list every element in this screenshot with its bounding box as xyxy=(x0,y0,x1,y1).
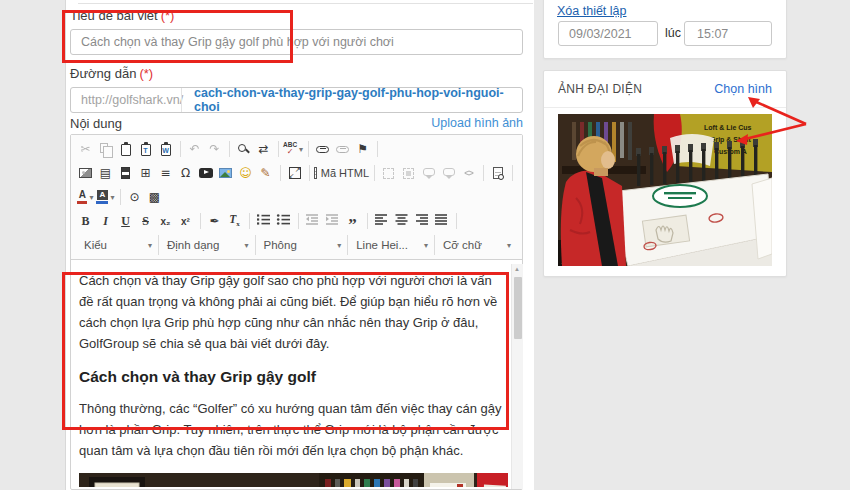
date-value: 09/03/2021 xyxy=(569,27,632,41)
editor-scrollbar[interactable]: ▲ xyxy=(511,264,523,489)
url-label-text: Đường dẫn xyxy=(70,66,136,81)
toolbar-separator xyxy=(512,165,513,181)
source-label: Mã HTML xyxy=(321,167,369,179)
chevron-down-icon: ▾ xyxy=(245,241,249,250)
indent-icon xyxy=(325,213,340,229)
font-dropdown-label: Phông xyxy=(264,239,297,251)
editor-content-area[interactable]: Cách chọn và thay Grip gậy golf sao cho … xyxy=(71,260,522,487)
clear-schedule-link[interactable]: Xóa thiết lập xyxy=(557,4,627,18)
toolbar-separator xyxy=(298,213,299,229)
chevron-down-icon: ▾ xyxy=(507,241,511,250)
remove-format-icon: Tx xyxy=(229,213,240,228)
maximize-button[interactable] xyxy=(285,164,304,183)
featured-image[interactable]: Loft & Lie Cus Grip & Shaft Custom A xyxy=(558,114,772,266)
select-all-icon xyxy=(403,168,414,179)
choose-image-link[interactable]: Chọn hình xyxy=(714,82,772,96)
remove-format-button[interactable]: Tx xyxy=(225,212,244,231)
blockquote-button[interactable]: ” xyxy=(343,212,362,231)
show-blocks-button xyxy=(379,164,398,183)
smiley-button[interactable]: ☺ xyxy=(236,164,255,183)
bold-button[interactable]: B xyxy=(76,212,95,231)
line-height-dropdown[interactable]: Line Hei...▾ xyxy=(347,235,434,255)
align-center-icon xyxy=(394,213,409,229)
text-color-button[interactable]: A▾ xyxy=(76,188,95,207)
align-right-button[interactable] xyxy=(412,212,431,231)
toolbar-separator xyxy=(367,213,368,229)
anchor-button[interactable]: ⚑ xyxy=(353,140,372,159)
preview-button[interactable] xyxy=(488,164,507,183)
maximize-icon xyxy=(289,167,301,179)
numbered-list-icon xyxy=(256,213,271,229)
outdent-button xyxy=(303,212,322,231)
slideshow-button[interactable] xyxy=(216,164,235,183)
bg-color-button[interactable]: A▾ xyxy=(96,188,115,207)
horizontal-rule-button[interactable]: ≡ xyxy=(156,164,175,183)
undo-button: ↶ xyxy=(185,140,204,159)
spellcheck-button[interactable]: ABC✓▾ xyxy=(283,140,303,159)
image-button[interactable] xyxy=(76,164,95,183)
align-center-button[interactable] xyxy=(392,212,411,231)
youtube-button[interactable] xyxy=(196,164,215,183)
title-input[interactable]: Cách chọn và thay Grip gậy golf phù hợp … xyxy=(70,29,523,55)
numbered-list-button[interactable] xyxy=(254,212,273,231)
chevron-down-icon: ▾ xyxy=(337,241,341,250)
copy-button xyxy=(96,140,115,159)
font-dropdown[interactable]: Phông▾ xyxy=(255,235,348,255)
strikethrough-button[interactable]: S xyxy=(136,212,155,231)
panel-top-divider xyxy=(78,3,533,4)
paste-button[interactable] xyxy=(116,140,135,159)
subscript-icon: x₂ xyxy=(160,216,170,227)
superscript-button[interactable]: x² xyxy=(176,212,195,231)
justify-button[interactable] xyxy=(432,212,451,231)
show-blocks-icon xyxy=(383,168,394,179)
image-gallery-button[interactable]: ▤ xyxy=(96,164,115,183)
schedule-card: Xóa thiết lập 09/03/2021 lúc 15:07 xyxy=(543,0,787,59)
media-embed-button[interactable]: ⊙ xyxy=(125,188,144,207)
styles-dropdown[interactable]: Kiểu▾ xyxy=(76,235,158,255)
time-input[interactable]: 15:07 xyxy=(684,21,772,46)
copy-formatting-icon: ✒ xyxy=(209,215,219,227)
content-heading: Cách chọn và thay Grip gậy golf xyxy=(79,368,506,386)
link-button[interactable] xyxy=(313,140,332,159)
image-icon xyxy=(79,168,92,178)
special-char-button[interactable]: Ω xyxy=(176,164,195,183)
undo-icon: ↶ xyxy=(189,143,199,155)
copy-formatting-button[interactable]: ✒ xyxy=(205,212,224,231)
page-break-button[interactable] xyxy=(116,164,135,183)
bulleted-list-button[interactable] xyxy=(274,212,293,231)
subscript-button[interactable]: x₂ xyxy=(156,212,175,231)
line-height-dropdown-label: Line Hei... xyxy=(356,239,408,251)
clean-image-button[interactable]: ✎ xyxy=(256,164,275,183)
comment-remove-icon xyxy=(443,168,455,176)
italic-button[interactable]: I xyxy=(96,212,115,231)
unlink-button xyxy=(333,140,352,159)
bulleted-list-icon xyxy=(276,213,291,229)
toolbar-separator xyxy=(377,141,378,157)
date-input[interactable]: 09/03/2021 xyxy=(558,21,658,46)
dropdown-caret-icon: ▾ xyxy=(89,193,93,202)
url-input[interactable]: http://golfshark.vn/ cach-chon-va-thay-g… xyxy=(70,87,523,113)
indent-button xyxy=(323,212,342,231)
format-dropdown[interactable]: Định dạng▾ xyxy=(158,235,255,255)
required-mark: (*) xyxy=(139,66,153,81)
image-gallery-icon: ▤ xyxy=(100,167,111,179)
url-prefix: http://golfshark.vn/ xyxy=(71,93,181,107)
qr-code-button[interactable]: ▩ xyxy=(145,188,164,207)
underline-button[interactable]: U xyxy=(116,212,135,231)
scrollbar-up-arrow[interactable]: ▲ xyxy=(514,266,520,272)
dropdown-caret-icon: ▾ xyxy=(299,145,303,154)
code-snippet-icon: <> xyxy=(464,168,473,178)
scrollbar-thumb[interactable] xyxy=(514,277,522,339)
find-button[interactable] xyxy=(234,140,253,159)
replace-button[interactable]: ⇄ xyxy=(254,140,273,159)
paste-as-text-button[interactable]: T xyxy=(136,140,155,159)
table-button[interactable]: ⊞ xyxy=(136,164,155,183)
upload-image-link[interactable]: Upload hình ảnh xyxy=(431,116,523,130)
toolbar-separator xyxy=(280,165,281,181)
paste-from-word-button[interactable]: W xyxy=(156,140,175,159)
font-size-dropdown[interactable]: Cỡ chữ▾ xyxy=(434,235,517,255)
align-left-button[interactable] xyxy=(372,212,391,231)
source-button[interactable]: Mã HTML xyxy=(314,164,369,183)
slideshow-icon xyxy=(219,168,232,178)
bg-color-icon: A xyxy=(96,190,108,204)
